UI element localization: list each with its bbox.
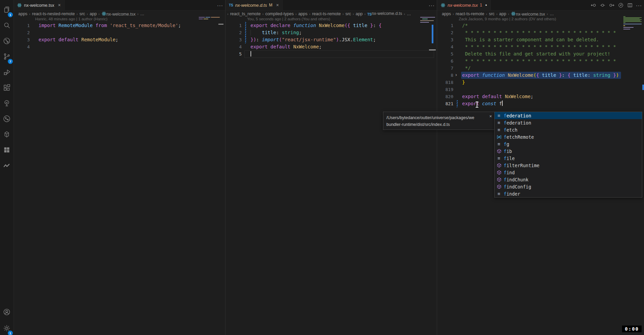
breadcrumb-item[interactable]: react-ts-remote — [456, 12, 484, 16]
code-line[interactable]: 818} — [437, 79, 644, 86]
line-tokens: } — [462, 79, 465, 86]
close-icon[interactable]: × — [58, 2, 61, 8]
token: default — [58, 37, 81, 42]
suggest-item-fg[interactable]: ≡fg — [495, 140, 642, 148]
code-line[interactable]: 3}): import("react/jsx-runtime").JSX.Ele… — [225, 36, 437, 43]
more-icon[interactable]: ··· — [217, 2, 223, 8]
suggest-item-findConfig[interactable]: findConfig — [495, 183, 642, 190]
breadcrumb-item[interactable]: apps — [442, 12, 451, 16]
chevron-right-icon: › — [98, 12, 100, 16]
breadcrumb-item[interactable]: app — [90, 12, 97, 16]
suggest-item-findChunk[interactable]: findChunk — [495, 176, 642, 183]
activity-item-run-debug[interactable] — [0, 66, 14, 80]
suggest-item-filterRuntime[interactable]: filterRuntime — [495, 162, 642, 169]
breadcrumb-item[interactable]: apps — [18, 12, 27, 16]
token: export — [251, 44, 270, 49]
activity-item-search[interactable] — [0, 19, 14, 33]
modified-gutter-indicator — [245, 22, 246, 29]
breadcrumb-item[interactable]: react-ts-nested-remote — [32, 12, 75, 16]
suggest-item-find[interactable]: find — [495, 169, 642, 176]
tab-nx-welcome.tsx[interactable]: nx-welcome.tsx× — [14, 0, 65, 10]
codelens-blame[interactable]: You, 5 seconds ago | 2 authors (You and … — [225, 17, 437, 22]
activity-item-source-control[interactable]: 7 — [0, 50, 14, 64]
more-icon[interactable]: ··· — [429, 2, 435, 8]
suggest-item-federation[interactable]: ≡federation — [495, 112, 642, 119]
code-line[interactable]: 821export const f — [437, 100, 644, 107]
breadcrumb-item[interactable]: src — [489, 12, 495, 16]
code-line[interactable]: 3 This is a starter component and can be… — [437, 36, 644, 43]
active-change-icon[interactable] — [599, 2, 605, 8]
suggest-item-fib[interactable]: fib — [495, 148, 642, 155]
token: : — [256, 37, 262, 42]
codelens-blame[interactable]: Zack Jackson, 9 months ago | 2 authors (… — [437, 17, 644, 22]
code-line[interactable]: 2 title: string; — [225, 29, 437, 36]
code-line[interactable]: 6 * * * * * * * * * * * * * * * * * * * … — [437, 58, 644, 65]
code-line[interactable]: 4export default NxWelcome; — [225, 43, 437, 50]
code-line[interactable]: 4 — [14, 43, 225, 50]
breadcrumb-item[interactable]: nx-welcome.tsx — [511, 11, 545, 17]
code-line[interactable]: 8›export function NxWelcome({ title }: {… — [437, 72, 644, 79]
activity-item-grid[interactable] — [0, 143, 14, 158]
more-icon[interactable]: ··· — [636, 2, 642, 8]
code-line[interactable]: 5 Delete this file and get started with … — [437, 50, 644, 58]
tab-nx-welcome.d.ts[interactable]: TSnx-welcome.d.tsM× — [225, 0, 283, 10]
suggest-item-file[interactable]: ≡file — [495, 155, 642, 162]
breadcrumb-item[interactable]: compiled-types — [265, 12, 294, 16]
breadcrumb-item[interactable]: … — [550, 12, 554, 16]
breadcrumb-item[interactable]: react_ts_remote — [230, 12, 261, 16]
breadcrumb-item[interactable]: src — [79, 12, 85, 16]
codelens-blame[interactable]: Hanric, 48 minutes ago | 1 author (Hanri… — [14, 17, 225, 22]
code-line[interactable]: 820export default NxWelcome; — [437, 93, 644, 100]
breadcrumb-item[interactable]: src — [345, 12, 351, 16]
suggest-item-finder[interactable]: ≡finder — [495, 190, 642, 197]
activity-item-squiggle[interactable] — [0, 159, 14, 173]
breadcrumb-item[interactable]: react-ts-remote — [312, 12, 341, 16]
prev-change-icon[interactable] — [590, 2, 596, 8]
activity-item-explorer[interactable]: 1 — [0, 3, 14, 18]
breadcrumb-item[interactable]: app — [499, 12, 506, 16]
code-line[interactable]: 1export declare function NxWelcome({ tit… — [225, 22, 437, 29]
line-tokens: export default NxWelcome; — [462, 93, 533, 100]
suggest-item-fetch[interactable]: ≡fetch — [495, 126, 642, 133]
split-editor-icon[interactable] — [627, 2, 633, 8]
breadcrumb-item[interactable]: … — [140, 12, 145, 16]
code-line[interactable]: 819 — [437, 86, 644, 93]
breadcrumb-item[interactable]: TSnx-welcome.d.ts — [367, 11, 402, 16]
breadcrumb-item[interactable]: … — [407, 12, 411, 16]
minimap-mark — [623, 27, 634, 28]
token: * * * * * * * * * * * * * * * * * * * * … — [462, 44, 616, 49]
close-icon[interactable]: × — [276, 2, 279, 8]
code-line[interactable]: 1import RemoteModule from 'react_ts_remo… — [14, 22, 225, 29]
code-line[interactable]: 5 — [225, 50, 437, 58]
current-line-highlight — [244, 50, 434, 58]
activity-item-settings[interactable]: 1 — [0, 322, 14, 335]
code-line[interactable]: 2 — [14, 29, 225, 36]
match-highlight: f — [504, 163, 506, 168]
activity-item-extensions[interactable] — [0, 81, 14, 95]
activity-item-git-graph[interactable] — [0, 112, 14, 127]
minimap-mark — [623, 22, 625, 23]
timeline-icon[interactable] — [618, 2, 624, 8]
tab-nx-welcome.tsx[interactable]: nx-welcome.tsx1● — [437, 0, 491, 10]
activity-item-chat-history[interactable] — [0, 35, 14, 49]
suggest-doc-popup: /Users/bytedance/outter/universe/package… — [383, 112, 495, 130]
suggest-item-federation[interactable]: ≡federation — [495, 119, 642, 126]
suggest-item-fetchRemote[interactable]: [ø]fetchRemote — [495, 133, 642, 140]
activity-item-brand-cube[interactable] — [0, 128, 14, 142]
code-line[interactable]: 2 * * * * * * * * * * * * * * * * * * * … — [437, 29, 644, 36]
activity-item-account[interactable] — [0, 306, 14, 320]
next-change-icon[interactable] — [609, 2, 615, 8]
breadcrumb-item[interactable]: app — [356, 12, 363, 16]
close-icon[interactable]: × — [489, 113, 492, 120]
breadcrumb-item[interactable]: apps — [298, 12, 307, 16]
code-line[interactable]: 3export default RemoteModule; — [14, 36, 225, 43]
line-number: 820 — [437, 93, 453, 100]
code-line[interactable]: 1/* — [437, 22, 644, 29]
activity-item-testing-tree[interactable] — [0, 97, 14, 111]
breadcrumb-item[interactable]: nx-welcome.tsx — [101, 11, 136, 17]
modified-gutter-indicator — [245, 36, 246, 43]
fold-chevron-icon[interactable]: › — [455, 71, 457, 79]
code-line[interactable]: 7 */ — [437, 65, 644, 72]
token: { — [536, 72, 539, 78]
code-line[interactable]: 4 * * * * * * * * * * * * * * * * * * * … — [437, 43, 644, 50]
